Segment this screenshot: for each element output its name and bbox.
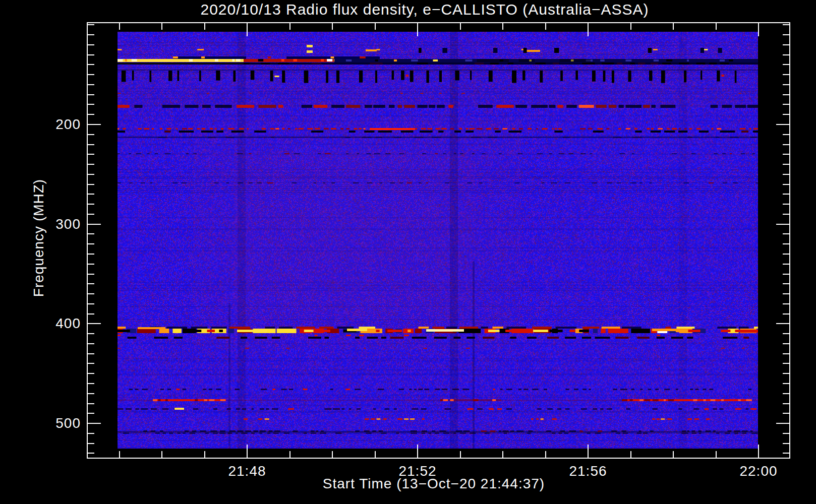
tick-mark bbox=[88, 124, 101, 125]
tick-mark bbox=[783, 243, 789, 244]
tick-mark bbox=[783, 114, 789, 115]
tick-mark bbox=[88, 373, 94, 374]
tick-mark bbox=[783, 393, 789, 394]
tick-mark bbox=[716, 23, 717, 30]
x-axis-title: Start Time (13−Oct−20 21:44:37) bbox=[87, 476, 781, 492]
tick-mark bbox=[88, 363, 94, 364]
tick-mark bbox=[783, 353, 789, 354]
tick-mark bbox=[88, 453, 94, 454]
tick-mark bbox=[783, 84, 789, 85]
tick-mark bbox=[88, 164, 94, 165]
tick-mark bbox=[783, 403, 789, 404]
tick-mark bbox=[502, 451, 503, 458]
tick-mark bbox=[417, 445, 418, 458]
tick-mark bbox=[783, 233, 789, 234]
tick-mark bbox=[783, 34, 789, 35]
tick-mark bbox=[375, 451, 376, 458]
tick-mark bbox=[88, 303, 94, 304]
tick-mark bbox=[88, 224, 101, 225]
tick-mark bbox=[88, 174, 94, 175]
tick-mark bbox=[88, 233, 94, 234]
tick-mark bbox=[783, 363, 789, 364]
tick-mark bbox=[204, 451, 205, 458]
tick-mark bbox=[88, 204, 94, 205]
tick-mark bbox=[783, 154, 789, 155]
tick-mark bbox=[783, 333, 789, 334]
tick-mark bbox=[776, 323, 789, 324]
tick-mark bbox=[88, 283, 94, 284]
tick-mark bbox=[588, 445, 589, 458]
tick-mark bbox=[88, 243, 94, 244]
tick-mark bbox=[161, 451, 162, 458]
tick-mark bbox=[88, 194, 94, 195]
tick-mark bbox=[776, 224, 789, 225]
tick-mark bbox=[247, 445, 248, 458]
tick-mark bbox=[783, 343, 789, 344]
tick-mark bbox=[88, 154, 94, 155]
y-tick-label: 200 bbox=[29, 116, 81, 133]
y-tick-label: 500 bbox=[29, 415, 81, 431]
tick-mark bbox=[88, 84, 94, 85]
tick-mark bbox=[88, 393, 94, 394]
tick-mark bbox=[88, 104, 94, 105]
tick-mark bbox=[88, 184, 94, 185]
tick-mark bbox=[88, 333, 94, 334]
tick-mark bbox=[119, 23, 120, 30]
tick-mark bbox=[88, 313, 94, 314]
tick-mark bbox=[758, 445, 759, 458]
tick-mark bbox=[783, 373, 789, 374]
tick-mark bbox=[673, 451, 674, 458]
tick-mark bbox=[783, 54, 789, 55]
tick-mark bbox=[247, 23, 248, 36]
tick-mark bbox=[758, 23, 759, 36]
tick-mark bbox=[783, 313, 789, 314]
tick-mark bbox=[204, 23, 205, 30]
tick-mark bbox=[783, 194, 789, 195]
tick-mark bbox=[783, 413, 789, 414]
tick-mark bbox=[460, 23, 461, 30]
tick-mark bbox=[88, 94, 94, 95]
tick-mark bbox=[783, 274, 789, 275]
tick-mark bbox=[783, 254, 789, 255]
y-tick-label: 400 bbox=[29, 316, 81, 332]
tick-mark bbox=[783, 44, 789, 45]
tick-mark bbox=[289, 451, 290, 458]
tick-mark bbox=[783, 433, 789, 434]
tick-mark bbox=[630, 23, 631, 30]
tick-mark bbox=[88, 114, 94, 115]
tick-mark bbox=[588, 23, 589, 36]
tick-mark bbox=[88, 293, 94, 294]
tick-mark bbox=[88, 403, 94, 404]
tick-mark bbox=[88, 74, 94, 75]
tick-mark bbox=[88, 44, 94, 45]
tick-mark bbox=[119, 451, 120, 458]
tick-mark bbox=[88, 383, 94, 384]
tick-mark bbox=[783, 453, 789, 454]
tick-mark bbox=[783, 283, 789, 284]
tick-mark bbox=[783, 104, 789, 105]
tick-mark bbox=[783, 303, 789, 304]
tick-mark bbox=[375, 23, 376, 30]
tick-mark bbox=[88, 433, 94, 434]
tick-mark bbox=[289, 23, 290, 30]
tick-mark bbox=[783, 24, 789, 25]
tick-mark bbox=[545, 23, 546, 30]
tick-mark bbox=[783, 64, 789, 65]
tick-mark bbox=[88, 323, 101, 324]
tick-mark bbox=[783, 144, 789, 145]
tick-mark bbox=[630, 451, 631, 458]
tick-mark bbox=[783, 214, 789, 215]
tick-mark bbox=[88, 254, 94, 255]
tick-mark bbox=[88, 34, 94, 35]
tick-mark bbox=[783, 94, 789, 95]
tick-mark bbox=[88, 64, 94, 65]
tick-mark bbox=[502, 23, 503, 30]
tick-mark bbox=[88, 24, 94, 25]
y-axis-title: Frequency (MHZ) bbox=[31, 179, 47, 297]
tick-mark bbox=[545, 451, 546, 458]
tick-mark bbox=[673, 23, 674, 30]
tick-mark bbox=[783, 174, 789, 175]
tick-mark bbox=[776, 423, 789, 424]
tick-mark bbox=[332, 451, 333, 458]
tick-mark bbox=[88, 274, 94, 275]
